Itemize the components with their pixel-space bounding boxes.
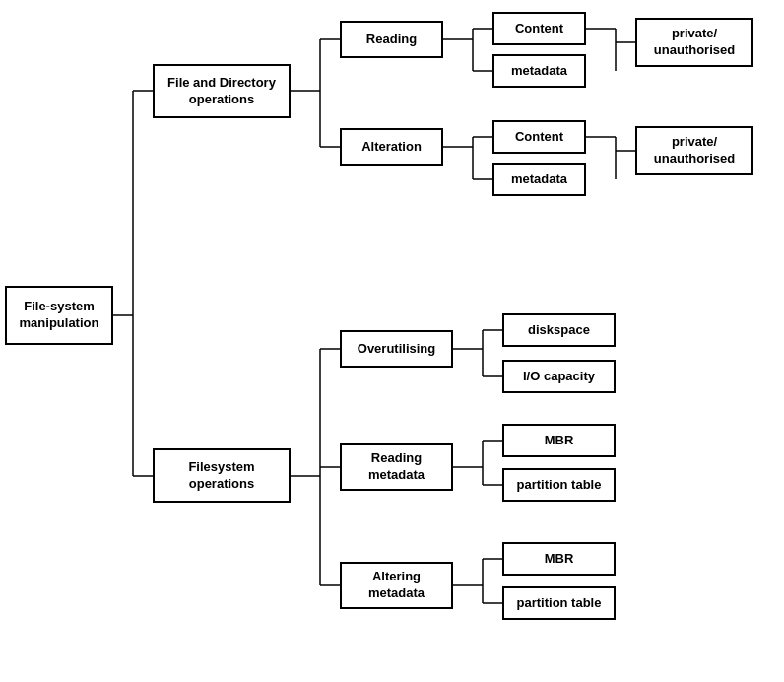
node-reading-meta-label: Reading metadata — [368, 450, 425, 484]
node-metadata-reading: metadata — [492, 54, 586, 88]
node-overutilising: Overutilising — [340, 330, 453, 368]
diagram: File-system manipulation File and Direct… — [0, 0, 784, 682]
node-altering-meta-label: Altering metadata — [368, 569, 425, 602]
node-partition-r-label: partition table — [517, 477, 602, 494]
node-content-reading: Content — [492, 12, 586, 45]
node-content-a-label: Content — [515, 129, 563, 146]
node-reading-metadata: Reading metadata — [340, 443, 453, 491]
node-reading: Reading — [340, 21, 443, 58]
node-root: File-system manipulation — [5, 286, 113, 345]
node-partition-reading: partition table — [502, 468, 616, 502]
node-metadata-alteration: metadata — [492, 163, 586, 196]
node-io-capacity-label: I/O capacity — [523, 369, 595, 385]
node-mbr-reading: MBR — [502, 424, 616, 457]
node-content-alteration: Content — [492, 120, 586, 154]
node-overutilising-label: Overutilising — [358, 341, 435, 358]
node-private-reading: private/ unauthorised — [635, 18, 753, 67]
node-file-dir-ops: File and Directory operations — [153, 64, 291, 118]
node-root-label: File-system manipulation — [20, 299, 99, 332]
node-alteration: Alteration — [340, 128, 443, 166]
node-filesystem-ops: Filesystem operations — [153, 448, 291, 503]
node-partition-altering: partition table — [502, 586, 616, 620]
node-private-a-label: private/ unauthorised — [654, 134, 735, 168]
node-io-capacity: I/O capacity — [502, 360, 616, 393]
node-metadata-r-label: metadata — [511, 63, 567, 80]
node-file-dir-ops-label: File and Directory operations — [167, 75, 276, 108]
node-diskspace: diskspace — [502, 313, 616, 347]
node-mbr-altering: MBR — [502, 542, 616, 576]
node-filesystem-ops-label: Filesystem operations — [188, 459, 254, 493]
node-content-r-label: Content — [515, 21, 563, 37]
node-diskspace-label: diskspace — [528, 322, 590, 339]
node-metadata-a-label: metadata — [511, 171, 567, 188]
node-private-alteration: private/ unauthorised — [635, 126, 753, 175]
node-altering-metadata: Altering metadata — [340, 562, 453, 609]
node-reading-label: Reading — [366, 32, 417, 48]
node-partition-a-label: partition table — [517, 595, 602, 612]
node-mbr-a-label: MBR — [545, 551, 574, 568]
node-private-r-label: private/ unauthorised — [654, 26, 735, 59]
node-alteration-label: Alteration — [361, 139, 422, 156]
node-mbr-r-label: MBR — [545, 433, 574, 449]
